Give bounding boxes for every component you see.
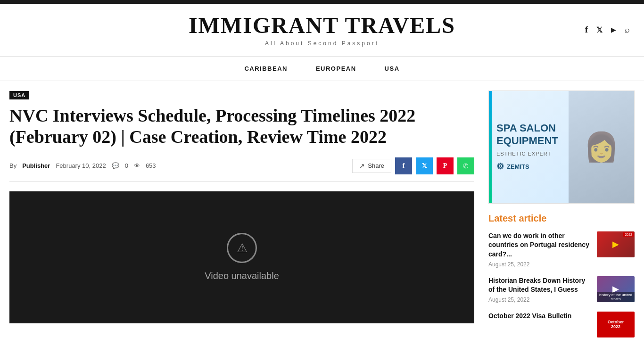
twitter-header-icon[interactable]: 𝕏 [596,25,603,34]
nav-item-usa[interactable]: USA [385,65,400,72]
header-center: IMMIGRANT TRAVELS All About Second Passp… [189,13,455,47]
nav-item-caribbean[interactable]: CARIBBEAN [244,65,288,72]
share-area: ↗ Share f 𝕏 P ✆ [352,157,474,174]
top-bar [0,0,644,4]
views-icon: 👁 [134,162,140,169]
thumb-overlay-2: history of the united states [597,292,635,302]
latest-article-title-2[interactable]: Historian Breaks Down History of the Uni… [488,276,592,295]
meta-publisher[interactable]: Publisher [22,162,50,169]
ad-logo-text: ZEMITS [507,163,529,170]
site-title: IMMIGRANT TRAVELS [189,13,455,38]
article-title: NVC Interviews Schedule, Processing Time… [9,105,474,148]
meta-by: By [9,162,17,169]
youtube-header-icon[interactable]: ▶ [611,26,616,34]
latest-article-thumb-3[interactable]: October2022 [597,312,635,337]
ad-title: SPA SALON EQUIPMENT [496,122,561,147]
twitter-share-button[interactable]: 𝕏 [416,157,433,174]
article-meta: By Publisher February 10, 2022 💬 0 👁 653… [9,157,474,182]
video-container: ⚠ Video unavailable [9,191,474,323]
latest-article-title-1[interactable]: Can we do work in other countries on Por… [488,231,592,259]
ad-banner[interactable]: SPA SALON EQUIPMENT ESTHETIC EXPERT ⚙ ZE… [488,90,635,204]
nav-item-european[interactable]: EUROPEAN [316,65,356,72]
meta-comments: 0 [125,162,128,169]
main-layout: USA NVC Interviews Schedule, Processing … [0,81,644,346]
meta-date: February 10, 2022 [56,162,106,169]
site-header: IMMIGRANT TRAVELS All About Second Passp… [0,4,644,57]
latest-item-text-1: Can we do work in other countries on Por… [488,231,592,268]
comment-icon: 💬 [112,162,119,169]
ad-accent-bar [489,91,492,203]
video-unavailable-icon: ⚠ [227,233,257,263]
latest-item-text-2: Historian Breaks Down History of the Uni… [488,276,592,303]
article-tag[interactable]: USA [9,91,29,99]
sidebar: SPA SALON EQUIPMENT ESTHETIC EXPERT ⚙ ZE… [488,90,635,346]
ad-right: 👩 [569,91,634,203]
latest-article-date-1: August 25, 2022 [488,261,592,268]
ad-subtitle: ESTHETIC EXPERT [496,151,561,156]
fb-icon: f [403,162,405,170]
whatsapp-icon: ✆ [463,162,469,170]
latest-section-title: Latest article [488,213,635,224]
share-button[interactable]: ↗ Share [352,159,391,173]
meta-views: 653 [146,162,156,169]
video-unavailable-text: Video unavailable [205,271,279,281]
latest-item-text-3: October 2022 Visa Bulletin [488,312,592,323]
facebook-header-icon[interactable]: f [585,25,588,35]
nav-items: CARIBBEAN EUROPEAN USA [244,57,399,81]
latest-article-item-3: October 2022 Visa Bulletin October2022 [488,312,635,337]
main-nav: CARIBBEAN EUROPEAN USA [0,57,644,81]
pinterest-icon: P [443,162,447,170]
latest-article-item-1: Can we do work in other countries on Por… [488,231,635,268]
site-tagline: All About Second Passport [189,40,455,47]
header-social-icons: f 𝕏 ▶ ⌕ [585,25,630,35]
latest-article-item-2: Historian Breaks Down History of the Uni… [488,276,635,303]
ad-logo: ⚙ ZEMITS [496,161,561,172]
latest-section: Latest article Can we do work in other c… [488,213,635,337]
latest-article-title-3[interactable]: October 2022 Visa Bulletin [488,312,592,321]
pinterest-share-button[interactable]: P [437,157,454,174]
latest-article-thumb-2[interactable]: ▶ history of the united states [597,276,635,302]
search-header-icon[interactable]: ⌕ [625,25,630,35]
tw-icon: 𝕏 [422,162,427,169]
facebook-share-button[interactable]: f [395,157,412,174]
whatsapp-share-button[interactable]: ✆ [457,157,474,174]
ad-left: SPA SALON EQUIPMENT ESTHETIC EXPERT ⚙ ZE… [489,91,569,203]
latest-article-date-2: August 25, 2022 [488,296,592,303]
ad-logo-icon: ⚙ [496,161,504,172]
latest-article-thumb-1[interactable]: 2022 ▶ [597,231,635,257]
article-area: USA NVC Interviews Schedule, Processing … [9,90,474,346]
share-label: Share [368,162,384,169]
ad-person-image: 👩 [569,91,634,203]
share-icon: ↗ [359,162,365,170]
video-error-symbol: ⚠ [237,241,248,255]
